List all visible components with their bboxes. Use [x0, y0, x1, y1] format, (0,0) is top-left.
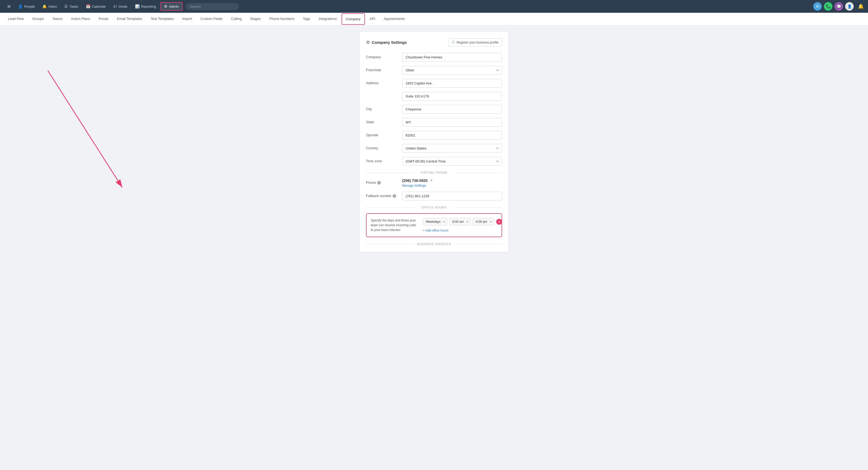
add-office-hours-link[interactable]: + Add office hours — [423, 229, 502, 232]
address1-row: Address — [366, 79, 502, 88]
fallback-input[interactable] — [402, 192, 502, 200]
nav-item-inbox[interactable]: 🔔 Inbox — [39, 3, 60, 10]
nav-item-calendar[interactable]: 📅 Calendar — [83, 3, 109, 10]
email-button[interactable]: ✉ — [813, 2, 822, 11]
company-settings-card: ⚙ Company Settings ⓘ Register your busin… — [360, 32, 508, 252]
nav-item-admin[interactable]: ⚙ Admin — [160, 2, 183, 11]
virtual-phone-divider: VIRTUAL PHONE — [366, 171, 502, 174]
phone-number: (206) 736-0820 ↗ — [402, 178, 432, 183]
calendar-icon: 📅 — [86, 4, 90, 8]
subnav-company[interactable]: Company — [342, 13, 365, 25]
notification-bell-icon[interactable]: 🔔 — [858, 3, 864, 9]
office-hours-section: Specify the days and times your team can… — [366, 213, 502, 237]
card-header: ⚙ Company Settings ⓘ Register your busin… — [366, 38, 502, 46]
arrow-annotation — [21, 63, 133, 195]
country-select[interactable]: United States — [402, 144, 502, 153]
phone-row: Phone ? (206) 736-0820 ↗ Manage Settings — [366, 178, 502, 188]
fallback-label: Fallback number ? — [366, 192, 398, 198]
address-label: Address — [366, 79, 398, 85]
office-hours-description: Specify the days and times your team can… — [371, 218, 418, 232]
subnav-integrations[interactable]: Integrations — [315, 13, 340, 25]
svg-line-1 — [48, 71, 122, 188]
franchise-row: Franchise Other — [366, 66, 502, 75]
nav-item-people[interactable]: 👤 People — [15, 3, 38, 10]
subnav-text-templates[interactable]: Text Templates — [147, 13, 177, 25]
office-hours-row: Specify the days and times your team can… — [371, 218, 497, 232]
fallback-help-icon[interactable]: ? — [393, 194, 396, 198]
subnav-lead-flow[interactable]: Lead Flow — [4, 13, 28, 25]
subnav-calling[interactable]: Calling — [227, 13, 246, 25]
address1-input[interactable] — [402, 79, 502, 88]
subnav-appointments[interactable]: Appointments — [380, 13, 409, 25]
apps-button[interactable]: ⊞ — [4, 3, 14, 10]
city-row: City — [366, 105, 502, 114]
timezone-row: Time zone (GMT-06:00) Central Time — [366, 157, 502, 166]
address2-row — [366, 92, 502, 101]
reporting-icon: 📊 — [135, 4, 140, 8]
subnav-ponds[interactable]: Ponds — [95, 13, 112, 25]
subnav-action-plans[interactable]: Action Plans — [67, 13, 94, 25]
zipcode-label: Zipcode — [366, 131, 398, 137]
phone-help-icon[interactable]: ? — [377, 181, 381, 184]
end-time-select[interactable]: 6:00 pm — [473, 218, 494, 226]
phone-value: (206) 736-0820 ↗ Manage Settings — [402, 178, 432, 188]
apps-icon: ⊞ — [7, 4, 11, 8]
card-title: ⚙ Company Settings — [366, 40, 407, 45]
start-time-select[interactable]: 8:00 am — [450, 218, 471, 226]
info-circle-icon: ⓘ — [452, 40, 455, 45]
deals-icon: 🏷 — [113, 4, 117, 8]
city-label: City — [366, 105, 398, 111]
country-label: Country — [366, 144, 398, 150]
tasks-icon: ☰ — [64, 4, 68, 8]
nav-item-reporting[interactable]: 📊 Reporting — [132, 3, 159, 10]
timezone-select[interactable]: (GMT-06:00) Central Time — [402, 157, 502, 166]
subnav-phone-numbers[interactable]: Phone Numbers — [266, 13, 298, 25]
days-select[interactable]: Weekdays — [423, 218, 447, 226]
phone-label: Phone ? — [366, 178, 398, 184]
address2-input[interactable] — [402, 92, 502, 101]
chat-button[interactable]: 💬 — [835, 2, 843, 11]
manage-settings-link[interactable]: Manage Settings — [402, 184, 432, 188]
top-nav-right: ✉ 📞 💬 👤 🔔 — [813, 2, 864, 11]
timezone-label: Time zone — [366, 157, 398, 163]
office-hours-time-row: Weekdays 8:00 am 6:00 pm × — [423, 218, 502, 226]
city-input[interactable] — [402, 105, 502, 114]
franchise-select[interactable]: Other — [402, 66, 502, 75]
subnav-stages[interactable]: Stages — [246, 13, 265, 25]
subnav-email-templates[interactable]: Email Templates — [113, 13, 146, 25]
admin-icon: ⚙ — [164, 4, 167, 8]
company-label: Company — [366, 53, 398, 59]
state-row: State — [366, 118, 502, 127]
external-link-icon[interactable]: ↗ — [430, 179, 432, 182]
subnav-custom-fields[interactable]: Custom Fields — [197, 13, 226, 25]
gear-icon: ⚙ — [366, 40, 370, 45]
subnav-import[interactable]: Import — [179, 13, 196, 25]
nav-item-tasks[interactable]: ☰ Tasks — [61, 3, 81, 10]
state-input[interactable] — [402, 118, 502, 127]
subnav-api[interactable]: API — [366, 13, 379, 25]
subnav-teams[interactable]: Teams — [49, 13, 66, 25]
remove-hours-button[interactable]: × — [496, 219, 502, 225]
nav-item-deals[interactable]: 🏷 Deals — [110, 3, 130, 10]
register-business-button[interactable]: ⓘ Register your business profile — [448, 38, 502, 46]
office-hours-controls: Weekdays 8:00 am 6:00 pm × + Add office … — [423, 218, 502, 232]
people-icon: 👤 — [18, 4, 23, 8]
subnav-groups[interactable]: Groups — [29, 13, 48, 25]
franchise-label: Franchise — [366, 66, 398, 72]
search-input[interactable] — [186, 3, 239, 10]
inbox-icon: 🔔 — [42, 4, 47, 8]
company-input[interactable] — [402, 53, 502, 62]
user-avatar[interactable]: 👤 — [845, 2, 854, 11]
address2-label — [366, 92, 398, 94]
main-content: ⚙ Company Settings ⓘ Register your busin… — [0, 26, 868, 470]
company-row: Company — [366, 53, 502, 62]
zipcode-input[interactable] — [402, 131, 502, 140]
subnav-tags[interactable]: Tags — [299, 13, 314, 25]
fallback-row: Fallback number ? — [366, 192, 502, 200]
country-row: Country United States — [366, 144, 502, 153]
state-label: State — [366, 118, 398, 124]
top-nav: ⊞ 👤 People 🔔 Inbox ☰ Tasks 📅 Calendar 🏷 … — [0, 0, 868, 13]
zipcode-row: Zipcode — [366, 131, 502, 140]
office-hours-divider: OFFICE HOURS — [366, 206, 502, 209]
phone-button[interactable]: 📞 — [824, 2, 832, 11]
